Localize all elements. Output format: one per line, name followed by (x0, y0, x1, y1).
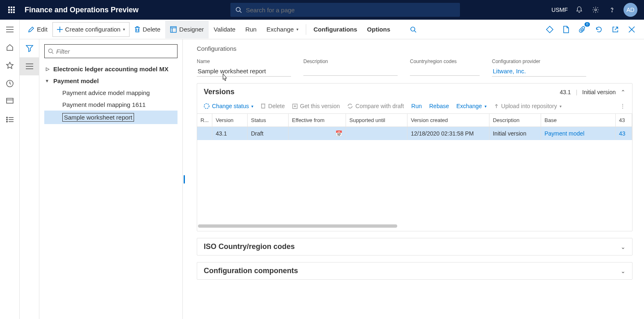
user-avatar[interactable]: AD (624, 3, 637, 17)
gear-icon[interactable] (591, 5, 601, 15)
run-button[interactable]: Run (240, 20, 262, 38)
chevron-down-icon[interactable]: ⌄ (621, 244, 626, 250)
col-effective[interactable]: Effective from (289, 114, 346, 127)
left-nav-rail (0, 20, 20, 319)
action-bar: Edit Create configuration ▾ Delete Desig… (20, 20, 644, 39)
close-icon[interactable] (626, 24, 637, 35)
tree-filter-input[interactable] (56, 48, 174, 55)
tree-item[interactable]: ▾Payment model (44, 75, 177, 87)
svg-rect-8 (7, 98, 13, 103)
chevron-down-icon[interactable]: ⌄ (621, 268, 626, 274)
diamond-icon[interactable] (544, 24, 555, 35)
bell-icon[interactable] (574, 5, 584, 15)
validate-button[interactable]: Validate (209, 20, 240, 38)
provider-value[interactable]: Litware, Inc. (492, 66, 586, 77)
delete-button[interactable]: Delete (130, 20, 165, 38)
global-search[interactable] (230, 3, 460, 17)
search-icon (48, 48, 54, 54)
versions-meta-version: 43.1 (560, 89, 571, 95)
search-icon (235, 7, 242, 13)
caret-right-icon: ▷ (46, 66, 50, 72)
attachments-button[interactable]: 0 (577, 24, 588, 35)
tree-filter[interactable] (44, 44, 177, 58)
change-status-button[interactable]: Change status▾ (204, 103, 253, 109)
col-version[interactable]: Version (212, 114, 248, 127)
svg-point-2 (595, 9, 597, 11)
version-run-button[interactable]: Run (411, 103, 422, 109)
refresh-icon[interactable] (593, 24, 605, 35)
download-icon (292, 104, 298, 109)
pencil-icon (28, 26, 34, 33)
breadcrumb: Configurations (197, 45, 633, 52)
col-description[interactable]: Description (489, 114, 541, 127)
versions-meta-desc: Initial version (582, 89, 616, 95)
star-icon[interactable] (2, 57, 18, 74)
grid-row[interactable]: 43.1 Draft 📅 12/18/2020 02:31:58 PM Init… (197, 127, 632, 140)
app-launcher-icon[interactable] (3, 0, 20, 20)
version-exchange-button[interactable]: Exchange▾ (456, 103, 486, 109)
get-version-button[interactable]: Get this version (292, 103, 340, 109)
home-icon[interactable] (2, 39, 18, 56)
col-created[interactable]: Version created (407, 114, 489, 127)
modules-icon[interactable] (2, 111, 18, 128)
country-value[interactable] (410, 66, 480, 76)
svg-point-0 (236, 7, 240, 11)
exchange-button[interactable]: Exchange▾ (262, 20, 303, 38)
tree-item[interactable]: Payment model mapping 1611 (44, 99, 177, 111)
tree-panel: ▷Electronic ledger accounting model MX ▾… (39, 39, 183, 319)
search-input[interactable] (246, 7, 455, 14)
more-button[interactable]: ⋮ (620, 103, 626, 109)
details-panel: Configurations Name Sample worksheet rep… (185, 39, 644, 319)
svg-point-12 (6, 119, 7, 120)
horizontal-scrollbar[interactable] (198, 224, 631, 229)
list-icon[interactable] (20, 57, 39, 75)
name-label: Name (197, 59, 291, 64)
attachments-badge: 0 (585, 22, 590, 27)
company-picker[interactable]: USMF (551, 7, 568, 13)
help-icon[interactable] (607, 5, 617, 15)
upload-repository-button[interactable]: Upload into repository▾ (494, 103, 562, 109)
col-base[interactable]: Base (541, 114, 616, 127)
compare-draft-button[interactable]: Compare with draft (347, 103, 404, 109)
components-card[interactable]: Configuration components ⌄ (197, 262, 633, 280)
svg-point-3 (612, 11, 612, 12)
configurations-button[interactable]: Configurations (309, 20, 362, 38)
refresh-icon (347, 103, 353, 109)
options-button[interactable]: Options (362, 20, 395, 38)
name-value[interactable]: Sample worksheet report (197, 66, 291, 77)
version-delete-button[interactable]: Delete (261, 103, 284, 109)
page-icon[interactable] (560, 24, 572, 35)
col-r[interactable]: R... (197, 114, 212, 127)
trash-icon (134, 26, 140, 33)
col-status[interactable]: Status (248, 114, 289, 127)
iso-card[interactable]: ISO Country/region codes ⌄ (197, 238, 633, 256)
svg-point-28 (49, 49, 52, 53)
tree-item[interactable]: Payment advice model mapping (44, 87, 177, 99)
tree-item-selected[interactable]: Sample worksheet report (44, 111, 177, 124)
search-icon (410, 26, 416, 33)
description-label: Description (303, 59, 398, 64)
top-header: Finance and Operations Preview USMF AD (0, 0, 644, 20)
col-supported[interactable]: Supported until (346, 114, 407, 127)
funnel-icon[interactable] (20, 39, 39, 57)
chevron-up-icon[interactable]: ⌃ (621, 89, 626, 95)
versions-title: Versions (204, 88, 555, 96)
designer-button[interactable]: Designer (165, 20, 209, 38)
svg-point-10 (6, 117, 7, 118)
edit-button[interactable]: Edit (23, 20, 52, 38)
versions-card: Versions 43.1 | Initial version ⌃ Change… (197, 83, 633, 231)
tree-item[interactable]: ▷Electronic ledger accounting model MX (44, 63, 177, 75)
description-value[interactable] (303, 66, 398, 76)
popout-icon[interactable] (610, 24, 621, 35)
workspace-icon[interactable] (2, 93, 18, 110)
calendar-icon[interactable]: 📅 (335, 130, 342, 137)
svg-line-22 (414, 31, 416, 32)
clock-icon[interactable] (2, 75, 18, 92)
hamburger-icon[interactable] (2, 21, 18, 38)
chevron-down-icon: ▾ (296, 27, 298, 32)
actionbar-search-button[interactable] (405, 20, 421, 38)
chevron-down-icon: ▾ (123, 27, 125, 32)
col-basever[interactable]: 43 (616, 114, 632, 127)
rebase-button[interactable]: Rebase (429, 103, 449, 109)
create-configuration-button[interactable]: Create configuration ▾ (52, 22, 130, 37)
